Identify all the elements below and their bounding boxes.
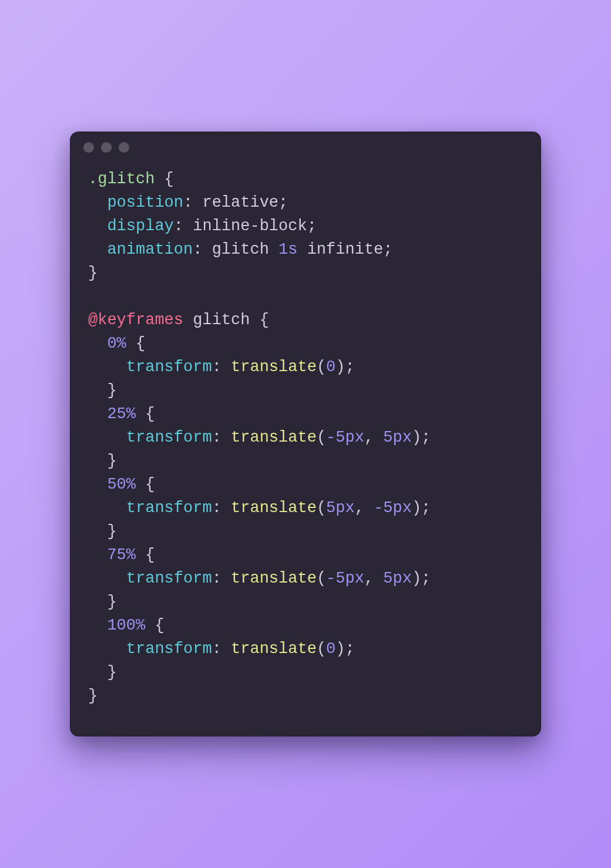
code-content: .glitch { position: relative; display: i… [70, 163, 540, 708]
window-titlebar [70, 132, 540, 163]
traffic-light-minimize-icon[interactable] [101, 142, 112, 153]
code-window: .glitch { position: relative; display: i… [70, 132, 541, 736]
traffic-light-zoom-icon[interactable] [119, 142, 129, 153]
traffic-light-close-icon[interactable] [83, 142, 94, 153]
